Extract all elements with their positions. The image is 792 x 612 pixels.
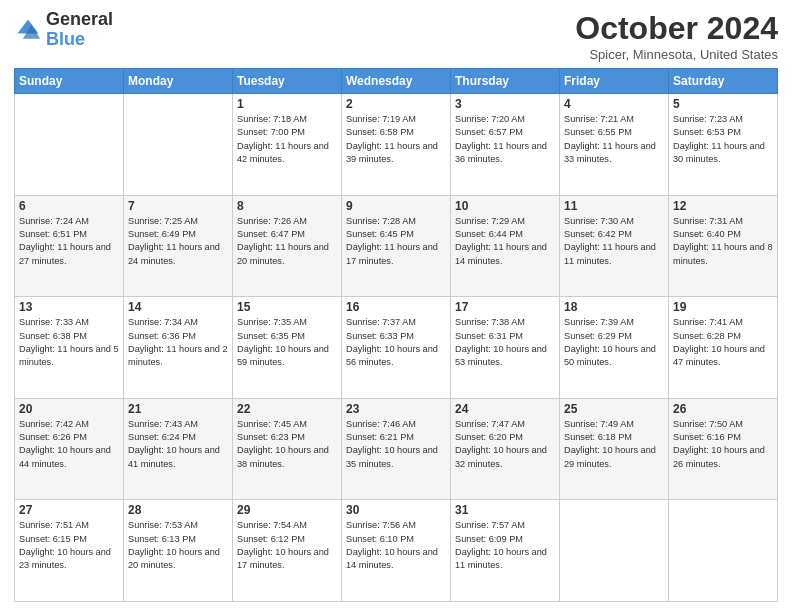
calendar-cell-w1-d7: 5Sunrise: 7:23 AM Sunset: 6:53 PM Daylig…: [669, 94, 778, 196]
calendar-cell-w2-d6: 11Sunrise: 7:30 AM Sunset: 6:42 PM Dayli…: [560, 195, 669, 297]
day-number: 30: [346, 503, 446, 517]
day-info: Sunrise: 7:54 AM Sunset: 6:12 PM Dayligh…: [237, 519, 337, 572]
calendar-cell-w1-d6: 4Sunrise: 7:21 AM Sunset: 6:55 PM Daylig…: [560, 94, 669, 196]
header-wednesday: Wednesday: [342, 69, 451, 94]
calendar-cell-w5-d3: 29Sunrise: 7:54 AM Sunset: 6:12 PM Dayli…: [233, 500, 342, 602]
header-thursday: Thursday: [451, 69, 560, 94]
day-number: 6: [19, 199, 119, 213]
day-info: Sunrise: 7:33 AM Sunset: 6:38 PM Dayligh…: [19, 316, 119, 369]
calendar-cell-w3-d5: 17Sunrise: 7:38 AM Sunset: 6:31 PM Dayli…: [451, 297, 560, 399]
calendar-cell-w4-d7: 26Sunrise: 7:50 AM Sunset: 6:16 PM Dayli…: [669, 398, 778, 500]
week-row-2: 6Sunrise: 7:24 AM Sunset: 6:51 PM Daylig…: [15, 195, 778, 297]
day-number: 5: [673, 97, 773, 111]
day-info: Sunrise: 7:45 AM Sunset: 6:23 PM Dayligh…: [237, 418, 337, 471]
logo: General Blue: [14, 10, 113, 50]
day-number: 29: [237, 503, 337, 517]
day-info: Sunrise: 7:41 AM Sunset: 6:28 PM Dayligh…: [673, 316, 773, 369]
page: General Blue October 2024 Spicer, Minnes…: [0, 0, 792, 612]
day-info: Sunrise: 7:50 AM Sunset: 6:16 PM Dayligh…: [673, 418, 773, 471]
day-info: Sunrise: 7:39 AM Sunset: 6:29 PM Dayligh…: [564, 316, 664, 369]
day-number: 3: [455, 97, 555, 111]
calendar-cell-w1-d1: [15, 94, 124, 196]
calendar-cell-w3-d2: 14Sunrise: 7:34 AM Sunset: 6:36 PM Dayli…: [124, 297, 233, 399]
calendar-cell-w5-d6: [560, 500, 669, 602]
day-info: Sunrise: 7:26 AM Sunset: 6:47 PM Dayligh…: [237, 215, 337, 268]
day-info: Sunrise: 7:49 AM Sunset: 6:18 PM Dayligh…: [564, 418, 664, 471]
day-number: 7: [128, 199, 228, 213]
header-friday: Friday: [560, 69, 669, 94]
day-number: 23: [346, 402, 446, 416]
day-info: Sunrise: 7:25 AM Sunset: 6:49 PM Dayligh…: [128, 215, 228, 268]
day-number: 19: [673, 300, 773, 314]
day-info: Sunrise: 7:51 AM Sunset: 6:15 PM Dayligh…: [19, 519, 119, 572]
day-number: 16: [346, 300, 446, 314]
day-number: 12: [673, 199, 773, 213]
calendar-cell-w5-d5: 31Sunrise: 7:57 AM Sunset: 6:09 PM Dayli…: [451, 500, 560, 602]
day-info: Sunrise: 7:35 AM Sunset: 6:35 PM Dayligh…: [237, 316, 337, 369]
calendar-cell-w3-d6: 18Sunrise: 7:39 AM Sunset: 6:29 PM Dayli…: [560, 297, 669, 399]
calendar-cell-w2-d4: 9Sunrise: 7:28 AM Sunset: 6:45 PM Daylig…: [342, 195, 451, 297]
calendar-cell-w4-d5: 24Sunrise: 7:47 AM Sunset: 6:20 PM Dayli…: [451, 398, 560, 500]
week-row-3: 13Sunrise: 7:33 AM Sunset: 6:38 PM Dayli…: [15, 297, 778, 399]
day-info: Sunrise: 7:28 AM Sunset: 6:45 PM Dayligh…: [346, 215, 446, 268]
logo-icon: [14, 16, 42, 44]
day-number: 20: [19, 402, 119, 416]
title-block: October 2024 Spicer, Minnesota, United S…: [575, 10, 778, 62]
day-number: 28: [128, 503, 228, 517]
calendar-location: Spicer, Minnesota, United States: [575, 47, 778, 62]
day-number: 10: [455, 199, 555, 213]
week-row-1: 1Sunrise: 7:18 AM Sunset: 7:00 PM Daylig…: [15, 94, 778, 196]
calendar-cell-w1-d5: 3Sunrise: 7:20 AM Sunset: 6:57 PM Daylig…: [451, 94, 560, 196]
day-number: 8: [237, 199, 337, 213]
day-info: Sunrise: 7:37 AM Sunset: 6:33 PM Dayligh…: [346, 316, 446, 369]
day-info: Sunrise: 7:56 AM Sunset: 6:10 PM Dayligh…: [346, 519, 446, 572]
day-number: 26: [673, 402, 773, 416]
calendar-cell-w1-d3: 1Sunrise: 7:18 AM Sunset: 7:00 PM Daylig…: [233, 94, 342, 196]
day-number: 22: [237, 402, 337, 416]
day-number: 11: [564, 199, 664, 213]
day-number: 17: [455, 300, 555, 314]
day-info: Sunrise: 7:57 AM Sunset: 6:09 PM Dayligh…: [455, 519, 555, 572]
calendar-cell-w5-d7: [669, 500, 778, 602]
day-number: 14: [128, 300, 228, 314]
day-info: Sunrise: 7:21 AM Sunset: 6:55 PM Dayligh…: [564, 113, 664, 166]
calendar-cell-w5-d4: 30Sunrise: 7:56 AM Sunset: 6:10 PM Dayli…: [342, 500, 451, 602]
day-info: Sunrise: 7:53 AM Sunset: 6:13 PM Dayligh…: [128, 519, 228, 572]
day-number: 4: [564, 97, 664, 111]
calendar-table: Sunday Monday Tuesday Wednesday Thursday…: [14, 68, 778, 602]
header-tuesday: Tuesday: [233, 69, 342, 94]
logo-text: General Blue: [46, 10, 113, 50]
day-number: 1: [237, 97, 337, 111]
header-sunday: Sunday: [15, 69, 124, 94]
day-info: Sunrise: 7:24 AM Sunset: 6:51 PM Dayligh…: [19, 215, 119, 268]
day-number: 31: [455, 503, 555, 517]
calendar-cell-w5-d1: 27Sunrise: 7:51 AM Sunset: 6:15 PM Dayli…: [15, 500, 124, 602]
day-info: Sunrise: 7:42 AM Sunset: 6:26 PM Dayligh…: [19, 418, 119, 471]
calendar-cell-w4-d3: 22Sunrise: 7:45 AM Sunset: 6:23 PM Dayli…: [233, 398, 342, 500]
week-row-5: 27Sunrise: 7:51 AM Sunset: 6:15 PM Dayli…: [15, 500, 778, 602]
day-number: 24: [455, 402, 555, 416]
calendar-cell-w3-d3: 15Sunrise: 7:35 AM Sunset: 6:35 PM Dayli…: [233, 297, 342, 399]
calendar-cell-w3-d4: 16Sunrise: 7:37 AM Sunset: 6:33 PM Dayli…: [342, 297, 451, 399]
day-info: Sunrise: 7:18 AM Sunset: 7:00 PM Dayligh…: [237, 113, 337, 166]
day-info: Sunrise: 7:43 AM Sunset: 6:24 PM Dayligh…: [128, 418, 228, 471]
calendar-cell-w2-d2: 7Sunrise: 7:25 AM Sunset: 6:49 PM Daylig…: [124, 195, 233, 297]
day-info: Sunrise: 7:23 AM Sunset: 6:53 PM Dayligh…: [673, 113, 773, 166]
day-number: 27: [19, 503, 119, 517]
calendar-title: October 2024: [575, 10, 778, 47]
calendar-cell-w4-d4: 23Sunrise: 7:46 AM Sunset: 6:21 PM Dayli…: [342, 398, 451, 500]
day-number: 25: [564, 402, 664, 416]
day-info: Sunrise: 7:19 AM Sunset: 6:58 PM Dayligh…: [346, 113, 446, 166]
header: General Blue October 2024 Spicer, Minnes…: [14, 10, 778, 62]
calendar-cell-w4-d6: 25Sunrise: 7:49 AM Sunset: 6:18 PM Dayli…: [560, 398, 669, 500]
header-saturday: Saturday: [669, 69, 778, 94]
day-info: Sunrise: 7:34 AM Sunset: 6:36 PM Dayligh…: [128, 316, 228, 369]
day-info: Sunrise: 7:29 AM Sunset: 6:44 PM Dayligh…: [455, 215, 555, 268]
day-number: 18: [564, 300, 664, 314]
calendar-cell-w2-d1: 6Sunrise: 7:24 AM Sunset: 6:51 PM Daylig…: [15, 195, 124, 297]
calendar-cell-w2-d5: 10Sunrise: 7:29 AM Sunset: 6:44 PM Dayli…: [451, 195, 560, 297]
calendar-cell-w3-d1: 13Sunrise: 7:33 AM Sunset: 6:38 PM Dayli…: [15, 297, 124, 399]
calendar-cell-w2-d7: 12Sunrise: 7:31 AM Sunset: 6:40 PM Dayli…: [669, 195, 778, 297]
day-info: Sunrise: 7:47 AM Sunset: 6:20 PM Dayligh…: [455, 418, 555, 471]
day-number: 13: [19, 300, 119, 314]
